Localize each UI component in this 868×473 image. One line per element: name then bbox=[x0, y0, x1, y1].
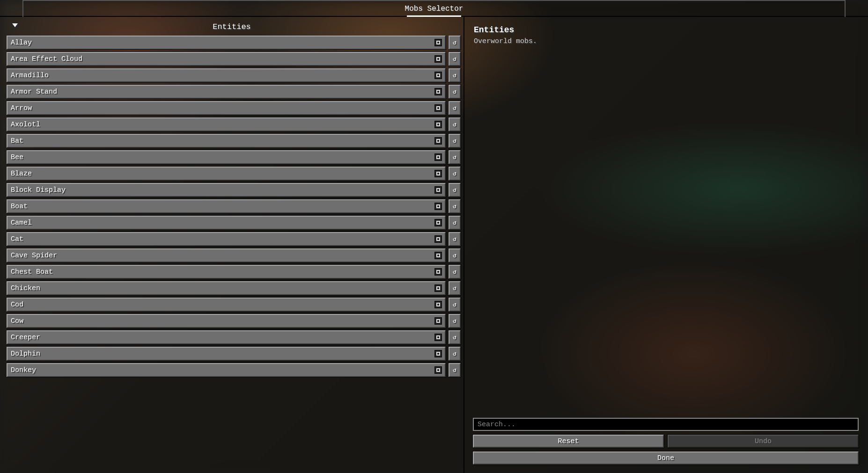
reset-button-label: Reset bbox=[558, 437, 579, 445]
checkbox-icon bbox=[434, 219, 442, 226]
entity-row: Bat↺ bbox=[7, 134, 461, 148]
entity-reset-button[interactable]: ↺ bbox=[449, 150, 461, 164]
tab-bar: Mobs Selector bbox=[0, 0, 868, 17]
entity-toggle[interactable]: Blaze bbox=[7, 167, 446, 181]
entity-toggle[interactable]: Area Effect Cloud bbox=[7, 52, 446, 66]
checkbox-icon bbox=[434, 153, 442, 161]
entity-reset-button[interactable]: ↺ bbox=[449, 52, 461, 66]
entity-row: Cat↺ bbox=[7, 232, 461, 246]
entity-row: Cod↺ bbox=[7, 298, 461, 312]
entity-row: Chest Boat↺ bbox=[7, 265, 461, 279]
entity-label: Chicken bbox=[11, 284, 40, 292]
checkbox-icon bbox=[434, 350, 442, 357]
entity-row: Cow↺ bbox=[7, 314, 461, 328]
entity-toggle[interactable]: Donkey bbox=[7, 363, 446, 377]
checkbox-icon bbox=[434, 203, 442, 210]
entity-toggle[interactable]: Bat bbox=[7, 134, 446, 148]
done-button[interactable]: Done bbox=[473, 451, 859, 465]
entity-row: Boat↺ bbox=[7, 199, 461, 213]
checkbox-icon bbox=[434, 137, 442, 145]
entity-reset-button[interactable]: ↺ bbox=[449, 134, 461, 148]
reset-icon: ↺ bbox=[453, 235, 456, 243]
entity-toggle[interactable]: Chest Boat bbox=[7, 265, 446, 279]
entity-reset-button[interactable]: ↺ bbox=[449, 330, 461, 344]
entity-row: Bee↺ bbox=[7, 150, 461, 164]
description-title: Entities bbox=[474, 25, 859, 35]
checkbox-icon bbox=[434, 301, 442, 308]
entity-row: Camel↺ bbox=[7, 216, 461, 230]
reset-icon: ↺ bbox=[453, 104, 456, 112]
entity-reset-button[interactable]: ↺ bbox=[449, 248, 461, 262]
reset-icon: ↺ bbox=[453, 284, 456, 292]
checkbox-icon bbox=[434, 104, 442, 112]
entity-toggle[interactable]: Allay bbox=[7, 36, 446, 50]
entity-label: Axolotl bbox=[11, 121, 40, 129]
entity-reset-button[interactable]: ↺ bbox=[449, 232, 461, 246]
reset-icon: ↺ bbox=[453, 39, 456, 46]
entity-reset-button[interactable]: ↺ bbox=[449, 183, 461, 197]
entity-toggle[interactable]: Cave Spider bbox=[7, 248, 446, 262]
entity-toggle[interactable]: Chicken bbox=[7, 281, 446, 295]
reset-icon: ↺ bbox=[453, 203, 456, 210]
reset-icon: ↺ bbox=[453, 88, 456, 95]
entity-toggle[interactable]: Block Display bbox=[7, 183, 446, 197]
entity-row: Arrow↺ bbox=[7, 101, 461, 115]
entity-toggle[interactable]: Cow bbox=[7, 314, 446, 328]
entity-label: Bat bbox=[11, 137, 23, 145]
description-subtitle: Overworld mobs. bbox=[474, 37, 859, 45]
entity-toggle[interactable]: Cod bbox=[7, 298, 446, 312]
entity-reset-button[interactable]: ↺ bbox=[449, 298, 461, 312]
reset-icon: ↺ bbox=[453, 153, 456, 161]
main-area: Entities Allay↺Area Effect Cloud↺Armadil… bbox=[0, 17, 868, 473]
entity-reset-button[interactable]: ↺ bbox=[449, 101, 461, 115]
entity-reset-button[interactable]: ↺ bbox=[449, 36, 461, 50]
entity-scroll[interactable]: Allay↺Area Effect Cloud↺Armadillo↺Armor … bbox=[7, 36, 463, 473]
entity-reset-button[interactable]: ↺ bbox=[449, 117, 461, 131]
reset-icon: ↺ bbox=[453, 334, 456, 341]
entity-reset-button[interactable]: ↺ bbox=[449, 347, 461, 361]
entity-toggle[interactable]: Bee bbox=[7, 150, 446, 164]
search-input[interactable] bbox=[473, 418, 859, 431]
tab-mobs-selector[interactable]: Mobs Selector bbox=[22, 0, 846, 17]
entity-toggle[interactable]: Creeper bbox=[7, 330, 446, 344]
entity-toggle[interactable]: Boat bbox=[7, 199, 446, 213]
entity-label: Creeper bbox=[11, 334, 40, 342]
entity-reset-button[interactable]: ↺ bbox=[449, 68, 461, 82]
entity-reset-button[interactable]: ↺ bbox=[449, 85, 461, 99]
checkbox-icon bbox=[434, 252, 442, 259]
list-title: Entities bbox=[0, 22, 463, 31]
entity-toggle[interactable]: Cat bbox=[7, 232, 446, 246]
reset-icon: ↺ bbox=[453, 121, 456, 128]
entity-row: Cave Spider↺ bbox=[7, 248, 461, 262]
entity-label: Blaze bbox=[11, 170, 32, 178]
entity-toggle[interactable]: Armor Stand bbox=[7, 85, 446, 99]
reset-button[interactable]: Reset bbox=[473, 435, 664, 448]
description-block: Entities Overworld mobs. bbox=[474, 25, 859, 45]
entity-toggle[interactable]: Dolphin bbox=[7, 347, 446, 361]
entity-row: Creeper↺ bbox=[7, 330, 461, 344]
entity-label: Donkey bbox=[11, 366, 36, 374]
reset-icon: ↺ bbox=[453, 72, 456, 79]
entity-row: Area Effect Cloud↺ bbox=[7, 52, 461, 66]
entity-reset-button[interactable]: ↺ bbox=[449, 314, 461, 328]
reset-icon: ↺ bbox=[453, 55, 456, 63]
entity-row: Armor Stand↺ bbox=[7, 85, 461, 99]
entity-label: Armadillo bbox=[11, 72, 49, 80]
entity-toggle[interactable]: Armadillo bbox=[7, 68, 446, 82]
entity-reset-button[interactable]: ↺ bbox=[449, 265, 461, 279]
entity-reset-button[interactable]: ↺ bbox=[449, 167, 461, 181]
entity-label: Allay bbox=[11, 39, 32, 47]
entity-reset-button[interactable]: ↺ bbox=[449, 199, 461, 213]
entity-row: Block Display↺ bbox=[7, 183, 461, 197]
entity-reset-button[interactable]: ↺ bbox=[449, 363, 461, 377]
entity-toggle[interactable]: Arrow bbox=[7, 101, 446, 115]
entity-list-pane: Entities Allay↺Area Effect Cloud↺Armadil… bbox=[0, 17, 463, 473]
entity-reset-button[interactable]: ↺ bbox=[449, 281, 461, 295]
entity-label: Bee bbox=[11, 153, 23, 161]
entity-toggle[interactable]: Axolotl bbox=[7, 117, 446, 131]
entity-reset-button[interactable]: ↺ bbox=[449, 216, 461, 230]
entity-row: Dolphin↺ bbox=[7, 347, 461, 361]
reset-icon: ↺ bbox=[453, 186, 456, 194]
reset-icon: ↺ bbox=[453, 252, 456, 259]
entity-toggle[interactable]: Camel bbox=[7, 216, 446, 230]
